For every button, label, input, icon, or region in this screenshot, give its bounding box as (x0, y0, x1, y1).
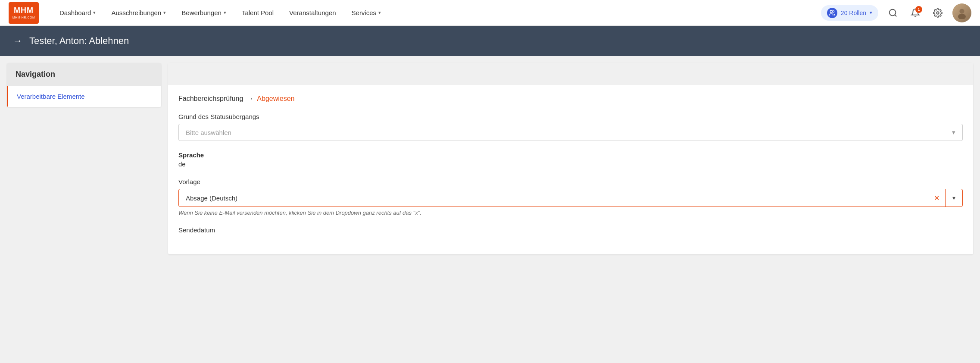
roles-icon (827, 8, 837, 18)
svg-point-1 (889, 9, 896, 16)
page-header: → Tester, Anton: Ablehnen (0, 26, 980, 56)
nav-items: Dashboard ▾ Ausschreibungen ▾ Bewerbunge… (52, 6, 821, 20)
chevron-down-icon: ▾ (224, 10, 226, 16)
page-header-icon: → (13, 35, 22, 47)
status-grund-placeholder: Bitte auswählen (186, 129, 231, 136)
status-grund-label: Grund des Statusübergangs (178, 113, 963, 120)
svg-point-2 (936, 12, 939, 14)
form-group-status-grund: Grund des Statusübergangs Bitte auswähle… (178, 113, 963, 141)
chevron-down-icon: ▾ (952, 128, 955, 136)
sidebar-item-verarbeitbare-elemente[interactable]: Verarbeitbare Elemente (7, 86, 161, 107)
sidebar: Navigation Verarbeitbare Elemente (0, 56, 168, 363)
logo-text: MHM (14, 6, 34, 15)
status-grund-select[interactable]: Bitte auswählen ▾ (178, 124, 963, 141)
notification-badge: 1 (915, 6, 922, 13)
breadcrumb-text: Fachbereichsprüfung (178, 95, 243, 103)
breadcrumb: Fachbereichsprüfung → Abgewiesen (178, 95, 963, 103)
svg-point-4 (958, 13, 966, 19)
svg-point-3 (959, 9, 964, 13)
logo[interactable]: MHM MHM-HR.COM (9, 2, 39, 24)
content-panel: Fachbereichsprüfung → Abgewiesen Grund d… (168, 56, 980, 363)
vorlage-hint: Wenn Sie keine E-Mail versenden möchten,… (178, 210, 963, 216)
main-content: Navigation Verarbeitbare Elemente Fachbe… (0, 56, 980, 363)
sendedatum-label: Sendedatum (178, 226, 963, 234)
nav-item-ausschreibungen[interactable]: Ausschreibungen ▾ (103, 6, 174, 20)
sidebar-heading: Navigation (7, 63, 161, 86)
content-card-body: Fachbereichsprüfung → Abgewiesen Grund d… (168, 84, 973, 254)
form-group-vorlage: Vorlage Absage (Deutsch) ✕ ▾ Wenn Sie ke… (178, 178, 963, 216)
content-card-header (168, 63, 973, 84)
chevron-down-icon: ▾ (378, 10, 381, 16)
settings-button[interactable] (930, 5, 946, 21)
sprache-value: de (178, 160, 963, 168)
roles-label: 20 Rollen (841, 9, 866, 16)
nav-right: 20 Rollen ▾ 1 (821, 3, 971, 22)
form-group-sprache: Sprache de (178, 151, 963, 168)
nav-item-talent-pool[interactable]: Talent Pool (234, 6, 281, 20)
vorlage-chevron-button[interactable]: ▾ (945, 189, 962, 207)
page-title: Tester, Anton: Ablehnen (29, 35, 129, 47)
vorlage-label: Vorlage (178, 178, 963, 185)
logo-sub: MHM-HR.COM (12, 16, 35, 19)
chevron-down-icon: ▾ (163, 10, 166, 16)
roles-button[interactable]: 20 Rollen ▾ (821, 5, 878, 21)
user-avatar[interactable] (952, 3, 971, 22)
content-card: Fachbereichsprüfung → Abgewiesen Grund d… (168, 63, 973, 254)
breadcrumb-status: Abgewiesen (257, 95, 294, 103)
nav-item-dashboard[interactable]: Dashboard ▾ (52, 6, 103, 20)
form-group-sendedatum: Sendedatum (178, 226, 963, 234)
vorlage-value: Absage (Deutsch) (179, 190, 928, 206)
chevron-down-icon: ▾ (870, 10, 872, 16)
sidebar-card: Navigation Verarbeitbare Elemente (7, 63, 161, 107)
top-navigation: MHM MHM-HR.COM Dashboard ▾ Ausschreibung… (0, 0, 980, 26)
svg-point-0 (830, 10, 832, 13)
chevron-down-icon: ▾ (93, 10, 96, 16)
nav-item-veranstaltungen[interactable]: Veranstaltungen (281, 6, 343, 20)
sprache-label: Sprache (178, 151, 963, 159)
nav-item-services[interactable]: Services ▾ (344, 6, 389, 20)
notification-button[interactable]: 1 (908, 5, 923, 21)
search-button[interactable] (885, 5, 901, 21)
vorlage-select: Absage (Deutsch) ✕ ▾ (178, 189, 963, 207)
vorlage-clear-button[interactable]: ✕ (928, 189, 945, 207)
breadcrumb-arrow: → (247, 95, 253, 103)
nav-item-bewerbungen[interactable]: Bewerbungen ▾ (174, 6, 234, 20)
